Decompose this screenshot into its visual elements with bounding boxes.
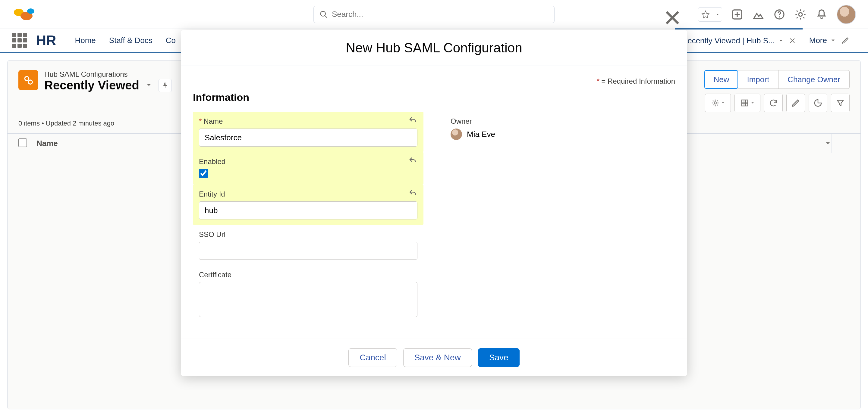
required-note-text: = Required Information [601,77,675,85]
name-input[interactable] [199,129,417,147]
modal-title: New Hub SAML Configuration [181,30,687,66]
undo-icon[interactable] [408,156,417,165]
modal-footer: Cancel Save & New Save [181,339,687,376]
enabled-checkbox[interactable] [199,169,208,178]
cancel-button[interactable]: Cancel [348,348,397,367]
owner-avatar [451,129,462,140]
field-owner: Owner Mia Eve [444,112,675,145]
field-enabled: Enabled [193,152,424,184]
section-information: Information [193,92,675,103]
field-label: Certificate [199,271,417,279]
field-label: Name [204,117,223,126]
field-label: Enabled [199,158,417,166]
owner-name: Mia Eve [467,130,495,139]
save-button[interactable]: Save [478,348,520,367]
field-label: Entity Id [199,190,417,198]
undo-icon[interactable] [408,116,417,125]
certificate-textarea[interactable] [199,282,417,317]
new-record-modal: New Hub SAML Configuration *= Required I… [181,30,687,376]
field-name: *Name [193,112,424,152]
undo-icon[interactable] [408,189,417,198]
field-label: SSO Url [199,230,417,239]
field-entity-id: Entity Id [193,184,424,225]
field-certificate: Certificate [193,265,424,323]
required-note: *= Required Information [193,77,675,85]
field-sso-url: SSO Url [193,225,424,265]
close-icon [664,9,681,27]
field-label: Owner [451,117,669,126]
sso-url-input[interactable] [199,242,417,260]
entity-id-input[interactable] [199,201,417,219]
save-and-new-button[interactable]: Save & New [403,348,472,367]
new-button[interactable]: New [704,70,738,89]
modal-close-button[interactable] [664,9,681,27]
